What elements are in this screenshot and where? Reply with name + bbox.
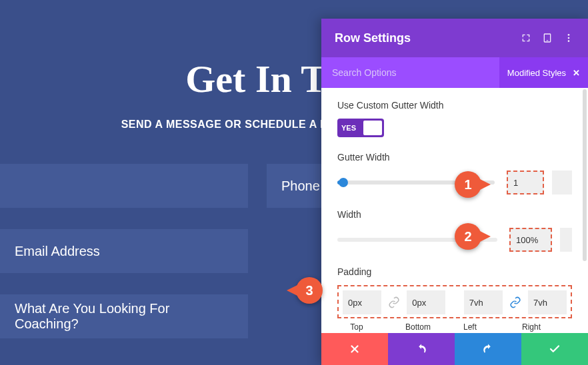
group-gutter-custom: Use Custom Gutter Width YES <box>337 100 572 137</box>
group-width: Width <box>337 209 572 252</box>
setting-label: Use Custom Gutter Width <box>337 100 572 111</box>
label-left: Left <box>451 322 489 332</box>
svg-point-4 <box>568 40 570 42</box>
input-padding-right[interactable] <box>528 290 567 314</box>
expand-icon[interactable] <box>520 32 532 44</box>
responsive-icon[interactable] <box>541 32 553 44</box>
label-bottom: Bottom <box>399 322 437 332</box>
svg-point-2 <box>568 34 570 36</box>
group-padding: Padding Top <box>337 266 572 332</box>
toggle-gutter-custom[interactable]: YES <box>337 119 384 137</box>
setting-label: Width <box>337 209 572 220</box>
annotation-callout-1: 1 <box>455 171 481 198</box>
padding-labels: Top Bottom Left Right <box>337 322 572 332</box>
scrollbar[interactable] <box>583 89 587 261</box>
input-gutter-width[interactable] <box>507 171 544 194</box>
setting-label: Padding <box>337 266 572 277</box>
form-field-email[interactable]: Email Address <box>0 229 248 273</box>
form-field-name[interactable] <box>0 164 248 208</box>
link-icon[interactable] <box>388 296 400 308</box>
cancel-button[interactable] <box>321 333 388 365</box>
label-right: Right <box>512 322 551 332</box>
toggle-knob <box>363 121 382 135</box>
save-button[interactable] <box>521 333 588 365</box>
filter-label: Modified Styles <box>507 68 566 78</box>
field-label: What Are You Looking For Coaching? <box>15 301 233 332</box>
panel-footer <box>321 333 588 365</box>
input-width[interactable] <box>509 228 552 252</box>
padding-inputs <box>337 285 572 318</box>
close-icon[interactable]: ✕ <box>573 68 580 78</box>
link-icon[interactable] <box>509 296 521 308</box>
field-label: Email Address <box>15 244 100 259</box>
field-label: Phone <box>281 179 320 194</box>
annotation-callout-2: 2 <box>455 223 481 250</box>
toggle-text: YES <box>341 124 356 132</box>
input-padding-bottom[interactable] <box>407 290 445 314</box>
panel-body: Use Custom Gutter Width YES Gutter Width… <box>321 88 588 333</box>
form-field-coaching[interactable]: What Are You Looking For Coaching? <box>0 294 248 338</box>
settings-panel: Row Settings Search Options Modified Sty… <box>321 19 588 365</box>
redo-button[interactable] <box>455 333 521 365</box>
undo-button[interactable] <box>388 333 455 365</box>
filter-modified-styles[interactable]: Modified Styles ✕ <box>499 57 588 88</box>
label-top: Top <box>337 322 376 332</box>
panel-header: Row Settings <box>321 19 588 57</box>
panel-subheader: Search Options Modified Styles ✕ <box>321 57 588 88</box>
svg-point-3 <box>568 37 570 39</box>
panel-title: Row Settings <box>335 31 511 45</box>
svg-rect-1 <box>547 40 549 41</box>
annotation-callout-3: 3 <box>296 277 323 304</box>
more-icon[interactable] <box>563 32 575 44</box>
slider-knob[interactable] <box>339 178 348 187</box>
search-options-input[interactable]: Search Options <box>332 67 499 78</box>
setting-label: Gutter Width <box>337 152 572 163</box>
input-padding-top[interactable] <box>343 290 381 314</box>
input-padding-left[interactable] <box>464 290 503 314</box>
